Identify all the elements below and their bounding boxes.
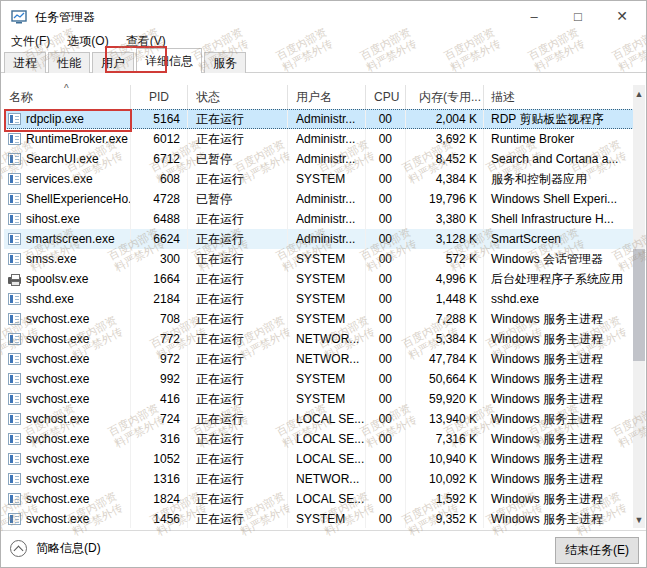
cell-user: LOCAL SE...	[288, 449, 366, 469]
cell-name: svchost.exe	[4, 429, 131, 449]
cell-pid: 1824	[131, 489, 188, 509]
app-window-icon	[8, 513, 21, 525]
cell-pid: 5164	[131, 109, 188, 129]
table-row[interactable]: svchost.exe 1824 正在运行 LOCAL SE... 00 1,5…	[4, 489, 636, 509]
cell-memory: 1,592 K	[406, 489, 484, 509]
cell-cpu: 00	[366, 369, 406, 389]
table-row[interactable]: svchost.exe 1316 正在运行 NETWOR... 00 10,09…	[4, 469, 636, 489]
cell-status: 正在运行	[188, 289, 288, 309]
scrollbar-thumb[interactable]	[633, 249, 645, 361]
column-header-user[interactable]: 用户名	[288, 85, 366, 109]
table-row[interactable]: ShellExperienceHo... 4728 已暂停 Administr.…	[4, 189, 636, 209]
cell-pid: 416	[131, 389, 188, 409]
cell-name: ShellExperienceHo...	[4, 189, 131, 209]
cell-name: svchost.exe	[4, 469, 131, 489]
table-row[interactable]: SearchUI.exe 6712 已暂停 Administr... 00 8,…	[4, 149, 636, 169]
table-row[interactable]: smss.exe 300 正在运行 SYSTEM 00 572 K Window…	[4, 249, 636, 269]
table-row[interactable]: svchost.exe 972 正在运行 NETWOR... 00 47,784…	[4, 349, 636, 369]
table-row[interactable]: smartscreen.exe 6624 正在运行 Administr... 0…	[4, 229, 636, 249]
cell-cpu: 00	[366, 269, 406, 289]
table-row[interactable]: sihost.exe 6488 正在运行 Administr... 00 3,3…	[4, 209, 636, 229]
cell-cpu: 00	[366, 509, 406, 528]
column-header-cpu[interactable]: CPU	[366, 85, 406, 109]
cell-pid: 708	[131, 309, 188, 329]
table-row[interactable]: sshd.exe 2184 正在运行 SYSTEM 00 1,448 K ssh…	[4, 289, 636, 309]
end-task-button[interactable]: 结束任务(E)	[555, 537, 639, 564]
app-window-icon	[8, 413, 21, 425]
cell-description: 后台处理程序子系统应用	[484, 269, 636, 289]
tabs: 进程性能用户详细信息服务	[4, 48, 248, 73]
cell-description: Windows 服务主进程	[484, 509, 636, 528]
cell-cpu: 00	[366, 109, 406, 129]
scroll-up-icon[interactable]: ▲	[633, 85, 645, 102]
cell-description: Windows 服务主进程	[484, 389, 636, 409]
column-header-pid[interactable]: PID	[131, 85, 188, 109]
cell-name: svchost.exe	[4, 329, 131, 349]
cell-pid: 772	[131, 329, 188, 349]
window-controls: – □ ✕	[512, 1, 644, 31]
tab-1[interactable]: 性能	[48, 52, 90, 73]
table-row[interactable]: svchost.exe 708 正在运行 SYSTEM 00 7,288 K W…	[4, 309, 636, 329]
table-row[interactable]: spoolsv.exe 1664 正在运行 SYSTEM 00 4,996 K …	[4, 269, 636, 289]
app-window-icon	[8, 133, 21, 145]
cell-pid: 724	[131, 409, 188, 429]
minimize-button[interactable]: –	[512, 1, 556, 31]
close-button[interactable]: ✕	[600, 1, 644, 31]
table-row[interactable]: svchost.exe 1052 正在运行 LOCAL SE... 00 10,…	[4, 449, 636, 469]
cell-name: smss.exe	[4, 249, 131, 269]
tab-2[interactable]: 用户	[92, 52, 134, 73]
cell-cpu: 00	[366, 169, 406, 189]
tab-3[interactable]: 详细信息	[136, 48, 202, 73]
vertical-scrollbar[interactable]: ▲ ▼	[633, 85, 645, 528]
column-header-desc[interactable]: 描述	[484, 85, 636, 109]
app-window-icon	[8, 313, 21, 325]
cell-description: Windows 服务主进程	[484, 349, 636, 369]
chevron-up-circle-icon	[10, 540, 27, 557]
cell-memory: 3,380 K	[406, 209, 484, 229]
scroll-down-icon[interactable]: ▼	[633, 511, 645, 528]
cell-name: svchost.exe	[4, 509, 131, 528]
cell-name: svchost.exe	[4, 369, 131, 389]
maximize-button[interactable]: □	[556, 1, 600, 31]
table-row[interactable]: svchost.exe 772 正在运行 NETWOR... 00 5,384 …	[4, 329, 636, 349]
app-window-icon	[8, 173, 21, 185]
task-manager-window: 任务管理器 – □ ✕ 文件(F)选项(O)查看(V) 进程性能用户详细信息服务…	[0, 0, 647, 568]
process-list: rdpclip.exe 5164 正在运行 Administr... 00 2,…	[4, 109, 636, 528]
cell-cpu: 00	[366, 209, 406, 229]
cell-description: Windows 服务主进程	[484, 309, 636, 329]
tab-4[interactable]: 服务	[204, 52, 246, 73]
fewer-details-toggle[interactable]: 简略信息(D)	[10, 540, 101, 557]
cell-memory: 13,940 K	[406, 409, 484, 429]
cell-memory: 10,092 K	[406, 469, 484, 489]
table-row[interactable]: svchost.exe 316 正在运行 LOCAL SE... 00 7,31…	[4, 429, 636, 449]
table-row[interactable]: svchost.exe 992 正在运行 SYSTEM 00 50,664 K …	[4, 369, 636, 389]
cell-memory: 9,352 K	[406, 509, 484, 528]
app-window-icon	[8, 393, 21, 405]
cell-name: svchost.exe	[4, 489, 131, 509]
cell-memory: 1,448 K	[406, 289, 484, 309]
cell-cpu: 00	[366, 149, 406, 169]
column-header-memory[interactable]: 内存(专用...	[406, 85, 484, 109]
table-row[interactable]: svchost.exe 1456 正在运行 SYSTEM 00 9,352 K …	[4, 509, 636, 528]
cell-status: 正在运行	[188, 269, 288, 289]
cell-cpu: 00	[366, 289, 406, 309]
table-row[interactable]: svchost.exe 416 正在运行 SYSTEM 00 59,920 K …	[4, 389, 636, 409]
cell-pid: 1316	[131, 469, 188, 489]
cell-user: SYSTEM	[288, 309, 366, 329]
cell-memory: 47,784 K	[406, 349, 484, 369]
cell-user: Administr...	[288, 189, 366, 209]
cell-pid: 316	[131, 429, 188, 449]
cell-memory: 5,384 K	[406, 329, 484, 349]
column-header-status[interactable]: 状态	[188, 85, 288, 109]
cell-description: Windows 服务主进程	[484, 429, 636, 449]
app-window-icon	[8, 433, 21, 445]
tab-0[interactable]: 进程	[4, 52, 46, 73]
cell-name: SearchUI.exe	[4, 149, 131, 169]
cell-description: Windows 会话管理器	[484, 249, 636, 269]
table-row[interactable]: RuntimeBroker.exe 6012 正在运行 Administr...…	[4, 129, 636, 149]
table-row[interactable]: services.exe 608 正在运行 SYSTEM 00 4,384 K …	[4, 169, 636, 189]
cell-user: SYSTEM	[288, 289, 366, 309]
table-row[interactable]: rdpclip.exe 5164 正在运行 Administr... 00 2,…	[4, 109, 636, 129]
table-row[interactable]: svchost.exe 724 正在运行 LOCAL SE... 00 13,9…	[4, 409, 636, 429]
app-window-icon	[8, 193, 21, 205]
